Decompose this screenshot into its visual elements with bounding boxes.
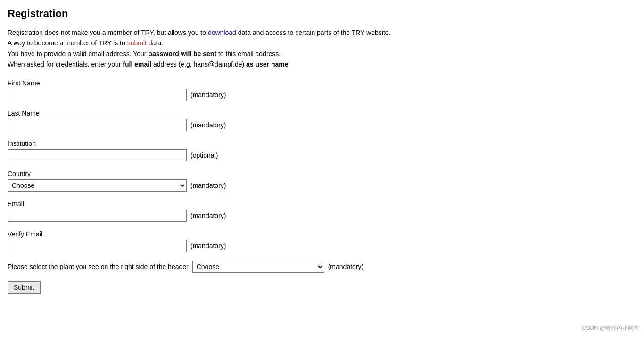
verify-email-input[interactable] — [8, 240, 187, 252]
intro-line2: A way to become a member of TRY is to su… — [8, 39, 163, 47]
intro-line4: When asked for credentials, enter your f… — [8, 60, 290, 68]
submit-link[interactable]: submit — [127, 39, 147, 47]
last-name-mandatory: (mandatory) — [190, 121, 226, 129]
first-name-mandatory: (mandatory) — [190, 91, 226, 99]
verify-email-label: Verify Email — [8, 230, 636, 238]
last-name-input[interactable] — [8, 119, 187, 131]
first-name-label: First Name — [8, 79, 636, 87]
country-group: Country Choose (mandatory) — [8, 170, 636, 192]
page-title: Registration — [8, 8, 636, 20]
country-mandatory: (mandatory) — [190, 182, 226, 189]
institution-input[interactable] — [8, 149, 187, 161]
plant-prompt: Please select the plant you see on the r… — [8, 263, 189, 270]
first-name-input[interactable] — [8, 89, 187, 101]
intro-text: Registration does not make you a member … — [8, 27, 636, 70]
last-name-label: Last Name — [8, 110, 636, 117]
plant-mandatory: (mandatory) — [328, 263, 363, 270]
verify-email-group: Verify Email (mandatory) — [8, 230, 636, 252]
email-input[interactable] — [8, 210, 187, 222]
email-mandatory: (mandatory) — [190, 212, 226, 219]
plant-select-group: Please select the plant you see on the r… — [8, 261, 636, 273]
last-name-group: Last Name (mandatory) — [8, 110, 636, 131]
email-group: Email (mandatory) — [8, 200, 636, 222]
intro-line3: You have to provide a valid email addres… — [8, 50, 281, 58]
plant-select[interactable]: Choose — [192, 261, 324, 273]
institution-optional: (optional) — [190, 152, 218, 159]
institution-label: Institution — [8, 140, 636, 147]
verify-email-mandatory: (mandatory) — [190, 242, 226, 250]
institution-group: Institution (optional) — [8, 140, 636, 161]
submit-button[interactable]: Submit — [8, 281, 41, 294]
email-label: Email — [8, 200, 636, 208]
download-link[interactable]: download — [208, 29, 236, 36]
country-label: Country — [8, 170, 636, 177]
first-name-group: First Name (mandatory) — [8, 79, 636, 101]
intro-line1: Registration does not make you a member … — [8, 29, 390, 36]
country-select[interactable]: Choose — [8, 179, 187, 192]
